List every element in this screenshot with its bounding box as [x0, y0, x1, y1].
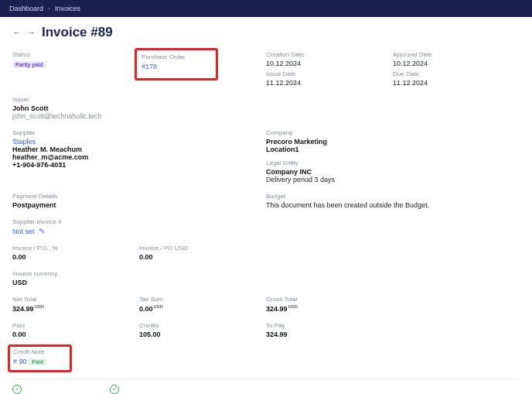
payment-label: Payment Details: [12, 193, 139, 200]
breadcrumb-current[interactable]: Invoices: [55, 5, 80, 12]
back-arrow-icon[interactable]: ←: [12, 28, 21, 37]
forward-arrow-icon[interactable]: →: [27, 28, 36, 37]
credits-label: Credits: [139, 322, 266, 329]
approval-date: 10.12.2024: [393, 60, 520, 67]
approval-date-label: Approval Date: [393, 51, 520, 58]
net-total: 324.99USD: [12, 304, 139, 313]
status-label: Status: [12, 51, 139, 58]
credit-note-link[interactable]: # 90: [13, 358, 27, 365]
credit-note-label: Credit Note: [13, 348, 46, 355]
approver-cfo: ✓ CFO john_scott@technaholic.tech: [110, 384, 189, 394]
legal-delivery: Delivery period 3 days: [266, 176, 393, 183]
po-label: Purchase Order: [142, 53, 185, 60]
chevron-right-icon: ›: [48, 5, 50, 12]
issuer-name: John Scott: [12, 104, 520, 112]
topay-label: To Pay: [266, 322, 393, 329]
supplier-invoice-value[interactable]: Not set: [12, 228, 35, 235]
company-label: Company: [266, 129, 393, 136]
due-date-label: Due Date: [393, 70, 520, 77]
gross-total: 324.99USD: [266, 304, 393, 313]
gross-total-label: Gross Total: [266, 296, 393, 303]
invoice-po-usd: 0.00: [139, 253, 266, 261]
invoice-po-pct: 0.00: [12, 253, 139, 261]
supplier-email: heather_m@acme.com: [12, 153, 139, 161]
net-total-label: Net Total: [12, 296, 139, 303]
supplier-link[interactable]: Staples: [12, 138, 139, 146]
tax-sum: 0.00USD: [139, 304, 266, 313]
approvers-row: ✓ COO john_scott@technaholic.tech ✓ CFO …: [12, 379, 520, 394]
due-date: 11.12.2024: [393, 79, 520, 87]
paid-label: Paid: [12, 322, 139, 329]
page-title: Invoice #89: [42, 25, 113, 40]
tax-sum-label: Tax Sum: [139, 296, 266, 303]
supplier-label: Supplier: [12, 129, 139, 136]
issue-date: 11.12.2024: [266, 79, 393, 87]
paid-value: 0.00: [12, 331, 139, 338]
topay-value: 324.99: [266, 331, 393, 338]
issuer-label: Issuer: [12, 96, 520, 103]
company-location: Location1: [266, 146, 393, 153]
budget-note: This document has been created outside t…: [266, 201, 520, 209]
issue-date-label: Issue Date: [266, 70, 393, 77]
invoice-po-pct-label: Invoice / P.O., %: [12, 245, 139, 252]
po-highlight: Purchase Order #178: [135, 48, 218, 81]
legal-name: Company INC: [266, 168, 393, 176]
invoice-po-usd-label: Invoice / PO USD: [139, 245, 266, 252]
currency-value: USD: [12, 279, 520, 286]
edit-icon[interactable]: ✎: [39, 227, 45, 235]
company-name: Precoro Marketing: [266, 138, 393, 146]
supplier-invoice-label: Supplier Invoice #: [12, 218, 520, 225]
supplier-phone: +1-904-976-4031: [12, 161, 139, 169]
breadcrumb-root[interactable]: Dashboard: [9, 5, 43, 12]
issuer-email: john_scott@technaholic.tech: [12, 112, 520, 120]
credit-note-highlight: Credit Note # 90 Paid: [8, 344, 72, 372]
supplier-contact: Heather M. Meachum: [12, 146, 139, 153]
payment-value: Postpayment: [12, 201, 139, 209]
credit-note-badge: Paid: [29, 358, 46, 365]
creation-date: 10.12.2024: [266, 60, 393, 67]
approver-coo: ✓ COO john_scott@technaholic.tech: [12, 384, 91, 394]
breadcrumb: Dashboard › Invoices: [0, 0, 532, 17]
currency-label: Invoice currency: [12, 270, 520, 277]
check-circle-icon: ✓: [12, 385, 22, 394]
check-circle-icon: ✓: [110, 385, 119, 394]
creation-date-label: Creation Date: [266, 51, 393, 58]
po-link[interactable]: #178: [142, 63, 157, 70]
legal-label: Legal Entity: [266, 159, 393, 166]
budget-label: Budget: [266, 193, 520, 200]
status-badge: Partly paid: [12, 61, 46, 68]
credits-value: 105.00: [139, 331, 266, 338]
